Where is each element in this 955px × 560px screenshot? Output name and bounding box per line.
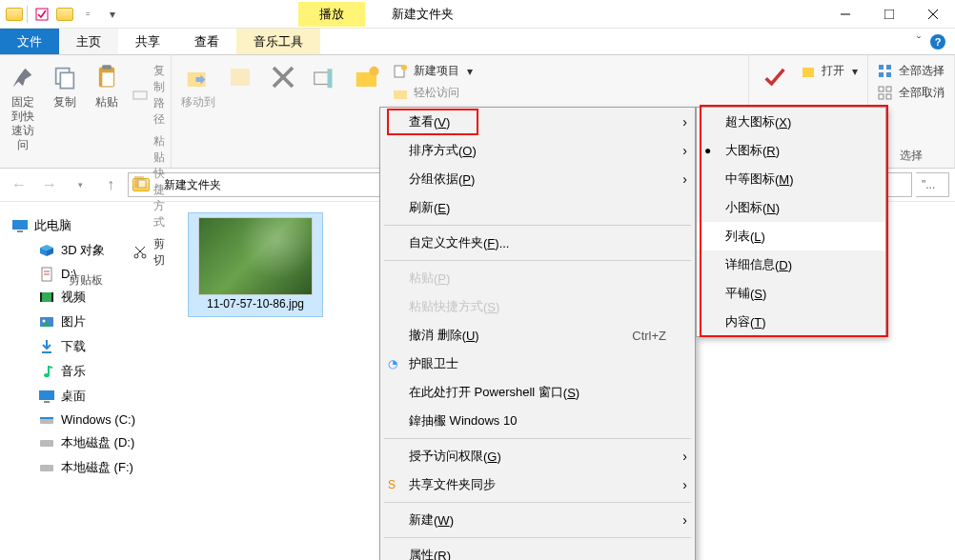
new-item-button[interactable]: 新建项目▾ (389, 61, 477, 81)
copy-button[interactable]: 复制 (45, 57, 85, 110)
submenu-details[interactable]: 详细信息(D) (697, 250, 885, 279)
svg-point-24 (401, 65, 407, 70)
menu-undo[interactable]: 撤消 删除(U)Ctrl+Z (380, 321, 695, 350)
svg-rect-0 (36, 9, 48, 20)
menu-paste-shortcut[interactable]: 粘贴快捷方式(S) (380, 292, 695, 321)
select-all-button[interactable]: 全部选择 (874, 61, 948, 81)
menu-powershell[interactable]: 在此处打开 Powershell 窗口(S) (380, 378, 695, 407)
ribbon-collapse-icon[interactable]: ˇ (917, 35, 921, 49)
paste-icon (91, 61, 123, 93)
svg-rect-28 (886, 65, 891, 70)
rename-icon (309, 61, 341, 93)
view-submenu: 超大图标(X) ●大图标(R) 中等图标(M) 小图标(N) 列表(L) 详细信… (696, 107, 886, 337)
back-button[interactable]: ← (6, 171, 32, 198)
svg-rect-9 (102, 72, 113, 86)
breadcrumb-segment[interactable]: 新建文件夹 (164, 177, 221, 193)
close-button[interactable] (911, 0, 955, 29)
menu-share-sync[interactable]: S共享文件夹同步 (380, 470, 695, 499)
menu-win10[interactable]: 鍏抽棴 Windows 10 (380, 407, 695, 435)
delete-button[interactable] (263, 57, 303, 93)
context-menu: 查看(V) 排序方式(O) 分组依据(P) 刷新(E) 自定义文件夹(F)...… (379, 107, 696, 560)
menu-eye-guard[interactable]: ◔护眼卫士 (380, 350, 695, 378)
svg-rect-33 (879, 94, 884, 99)
qat-caret-icon[interactable]: ▾ (102, 4, 123, 25)
title-bar: = ▾ 播放 新建文件夹 (0, 0, 955, 29)
submenu-large[interactable]: ●大图标(R) (697, 136, 885, 165)
submenu-small[interactable]: 小图标(N) (697, 193, 885, 222)
svg-point-47 (43, 320, 46, 323)
menu-group[interactable]: 分组依据(P) (380, 165, 695, 193)
maximize-button[interactable] (867, 0, 911, 29)
svg-rect-44 (40, 292, 42, 302)
svg-point-14 (142, 254, 146, 258)
tree-item[interactable]: 下载 (10, 334, 177, 359)
svg-rect-10 (133, 91, 147, 99)
svg-rect-55 (40, 440, 53, 447)
tab-view[interactable]: 查看 (177, 29, 236, 54)
move-to-icon (182, 61, 214, 93)
tree-item[interactable]: 本地磁盘 (F:) (10, 455, 177, 480)
svg-rect-54 (40, 417, 53, 419)
search-box[interactable]: "... (916, 172, 949, 197)
paste-button[interactable]: 粘贴 (87, 57, 127, 110)
window-title: 新建文件夹 (392, 6, 454, 23)
svg-rect-31 (879, 87, 884, 91)
select-all-icon (878, 64, 893, 79)
tree-item[interactable]: 图片 (10, 310, 177, 334)
new-folder-button[interactable] (347, 57, 387, 93)
window-controls (823, 0, 955, 29)
svg-rect-51 (39, 390, 54, 400)
rename-button[interactable] (305, 57, 345, 93)
tab-share[interactable]: 共享 (118, 29, 177, 54)
svg-rect-30 (886, 72, 891, 77)
easy-access-icon (393, 86, 408, 101)
delete-x-icon (267, 61, 299, 93)
svg-rect-45 (51, 292, 53, 302)
download-icon (38, 340, 55, 353)
menu-refresh[interactable]: 刷新(E) (380, 193, 695, 222)
pin-to-quick-access-button[interactable]: 固定到快 速访问 (3, 57, 43, 152)
cut-button[interactable]: 剪切 (129, 234, 169, 270)
tree-item[interactable]: Windows (C:) (10, 409, 177, 430)
copy-to-button[interactable] (221, 57, 261, 93)
submenu-tiles[interactable]: 平铺(S) (697, 279, 885, 308)
minimize-button[interactable] (823, 0, 867, 29)
easy-access-button[interactable]: 轻松访问 (389, 83, 477, 103)
image-thumbnail (198, 217, 313, 295)
forward-button[interactable]: → (36, 171, 63, 198)
tab-home[interactable]: 主页 (59, 29, 118, 54)
open-button[interactable]: 打开▾ (797, 61, 862, 81)
tree-item[interactable]: 桌面 (10, 384, 177, 409)
paste-shortcut-button[interactable]: 粘贴快捷方式 (129, 131, 169, 232)
ribbon-tabs: 文件 主页 共享 查看 音乐工具 ˇ ? (0, 29, 955, 55)
properties-button[interactable] (755, 57, 795, 93)
tree-item[interactable]: 音乐 (10, 359, 177, 384)
file-item[interactable]: 11-07-57-10-86.jpg (189, 213, 322, 316)
submenu-medium[interactable]: 中等图标(M) (697, 165, 885, 193)
menu-paste[interactable]: 粘贴(P) (380, 264, 695, 292)
open-icon (801, 64, 816, 79)
qat-checkbox-icon[interactable] (31, 4, 52, 25)
tree-item[interactable]: 本地磁盘 (D:) (10, 430, 177, 455)
submenu-list[interactable]: 列表(L) (697, 222, 885, 250)
help-icon[interactable]: ? (930, 34, 945, 50)
submenu-extra-large[interactable]: 超大图标(X) (697, 108, 885, 136)
move-to-button[interactable]: 移动到 (177, 57, 219, 110)
svg-rect-2 (884, 10, 894, 19)
submenu-content[interactable]: 内容(T) (697, 308, 885, 336)
folder-icon[interactable] (56, 8, 73, 21)
deselect-button[interactable]: 全部取消 (874, 83, 948, 103)
tab-file[interactable]: 文件 (0, 29, 59, 54)
tab-music-tools[interactable]: 音乐工具 (236, 29, 320, 54)
menu-customize[interactable]: 自定义文件夹(F)... (380, 229, 695, 257)
copy-path-button[interactable]: 复制路径 (129, 61, 169, 130)
svg-point-50 (44, 373, 50, 377)
menu-properties[interactable]: 属性(R) (380, 541, 695, 560)
svg-point-13 (134, 254, 138, 258)
menu-view[interactable]: 查看(V) (380, 108, 695, 136)
menu-sort[interactable]: 排序方式(O) (380, 136, 695, 165)
menu-new[interactable]: 新建(W) (380, 506, 695, 534)
menu-grant-access[interactable]: 授予访问权限(G) (380, 442, 695, 470)
qat-dropdown-icon[interactable]: = (77, 4, 98, 25)
svg-rect-26 (803, 68, 814, 77)
